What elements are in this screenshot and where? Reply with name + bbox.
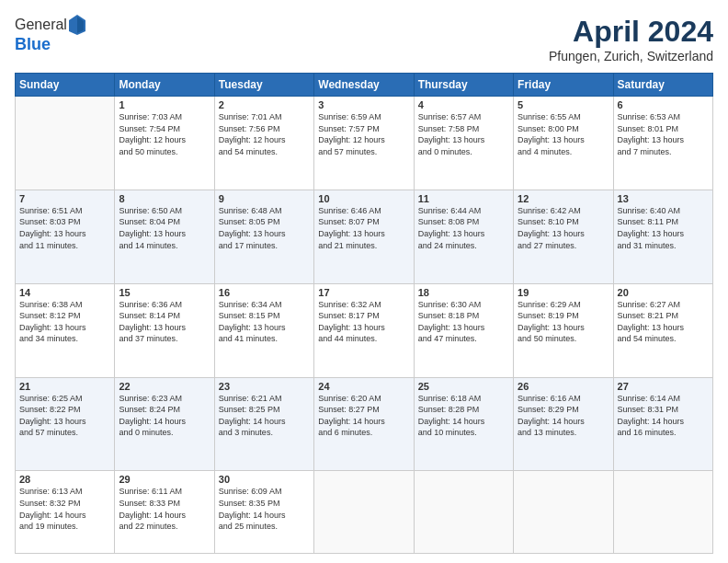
calendar-cell: 13Sunrise: 6:40 AM Sunset: 8:11 PM Dayli… bbox=[613, 190, 712, 283]
calendar-cell: 30Sunrise: 6:09 AM Sunset: 8:35 PM Dayli… bbox=[214, 471, 313, 554]
day-number: 4 bbox=[418, 99, 509, 110]
day-number: 20 bbox=[618, 287, 709, 298]
calendar-week-row: 21Sunrise: 6:25 AM Sunset: 8:22 PM Dayli… bbox=[16, 377, 713, 471]
calendar-cell: 21Sunrise: 6:25 AM Sunset: 8:22 PM Dayli… bbox=[16, 377, 115, 471]
calendar-cell: 18Sunrise: 6:30 AM Sunset: 8:18 PM Dayli… bbox=[414, 283, 513, 377]
calendar-cell: 5Sunrise: 6:55 AM Sunset: 8:00 PM Daylig… bbox=[514, 97, 613, 190]
location: Pfungen, Zurich, Switzerland bbox=[549, 49, 713, 63]
day-info: Sunrise: 6:42 AM Sunset: 8:10 PM Dayligh… bbox=[518, 205, 609, 251]
calendar-day-header: Wednesday bbox=[314, 74, 414, 97]
calendar-day-header: Thursday bbox=[414, 74, 513, 97]
calendar-cell: 12Sunrise: 6:42 AM Sunset: 8:10 PM Dayli… bbox=[514, 190, 613, 283]
calendar-week-row: 1Sunrise: 7:03 AM Sunset: 7:54 PM Daylig… bbox=[16, 97, 713, 190]
calendar-cell bbox=[16, 97, 115, 190]
day-number: 23 bbox=[219, 381, 310, 392]
logo-general-text: General bbox=[15, 17, 67, 33]
calendar-cell: 23Sunrise: 6:21 AM Sunset: 8:25 PM Dayli… bbox=[214, 377, 313, 471]
calendar-week-row: 28Sunrise: 6:13 AM Sunset: 8:32 PM Dayli… bbox=[16, 471, 713, 554]
calendar-cell: 28Sunrise: 6:13 AM Sunset: 8:32 PM Dayli… bbox=[16, 471, 115, 554]
day-info: Sunrise: 7:03 AM Sunset: 7:54 PM Dayligh… bbox=[119, 111, 210, 157]
calendar-cell: 10Sunrise: 6:46 AM Sunset: 8:07 PM Dayli… bbox=[314, 190, 414, 283]
day-info: Sunrise: 6:21 AM Sunset: 8:25 PM Dayligh… bbox=[219, 393, 310, 439]
day-number: 11 bbox=[418, 193, 509, 204]
day-info: Sunrise: 6:14 AM Sunset: 8:31 PM Dayligh… bbox=[618, 393, 709, 439]
calendar-cell: 9Sunrise: 6:48 AM Sunset: 8:05 PM Daylig… bbox=[214, 190, 313, 283]
calendar-week-row: 7Sunrise: 6:51 AM Sunset: 8:03 PM Daylig… bbox=[16, 190, 713, 283]
calendar-cell: 2Sunrise: 7:01 AM Sunset: 7:56 PM Daylig… bbox=[214, 97, 313, 190]
day-number: 13 bbox=[618, 193, 709, 204]
day-number: 12 bbox=[518, 193, 609, 204]
calendar-cell: 20Sunrise: 6:27 AM Sunset: 8:21 PM Dayli… bbox=[613, 283, 712, 377]
day-number: 7 bbox=[19, 193, 110, 204]
calendar-cell: 1Sunrise: 7:03 AM Sunset: 7:54 PM Daylig… bbox=[115, 97, 214, 190]
calendar-cell bbox=[414, 471, 513, 554]
calendar-cell: 27Sunrise: 6:14 AM Sunset: 8:31 PM Dayli… bbox=[613, 377, 712, 471]
calendar-cell bbox=[613, 471, 712, 554]
day-number: 6 bbox=[618, 99, 709, 110]
calendar-cell: 4Sunrise: 6:57 AM Sunset: 7:58 PM Daylig… bbox=[414, 97, 513, 190]
day-number: 10 bbox=[318, 193, 409, 204]
day-number: 1 bbox=[119, 99, 210, 110]
day-info: Sunrise: 6:51 AM Sunset: 8:03 PM Dayligh… bbox=[19, 205, 110, 251]
header: General Blue April 2024 Pfungen, Zurich,… bbox=[15, 15, 713, 63]
day-number: 30 bbox=[219, 474, 310, 485]
day-number: 26 bbox=[518, 381, 609, 392]
logo-blue-text: Blue bbox=[15, 35, 85, 54]
logo-icon bbox=[69, 15, 85, 35]
day-info: Sunrise: 6:09 AM Sunset: 8:35 PM Dayligh… bbox=[219, 486, 310, 532]
calendar-cell: 15Sunrise: 6:36 AM Sunset: 8:14 PM Dayli… bbox=[115, 283, 214, 377]
day-number: 15 bbox=[119, 287, 210, 298]
day-info: Sunrise: 6:38 AM Sunset: 8:12 PM Dayligh… bbox=[19, 299, 110, 345]
day-info: Sunrise: 6:55 AM Sunset: 8:00 PM Dayligh… bbox=[518, 111, 609, 157]
day-info: Sunrise: 7:01 AM Sunset: 7:56 PM Dayligh… bbox=[219, 111, 310, 157]
day-info: Sunrise: 6:32 AM Sunset: 8:17 PM Dayligh… bbox=[318, 299, 409, 345]
day-info: Sunrise: 6:40 AM Sunset: 8:11 PM Dayligh… bbox=[618, 205, 709, 251]
day-number: 29 bbox=[119, 474, 210, 485]
calendar-day-header: Saturday bbox=[613, 74, 712, 97]
calendar-cell: 11Sunrise: 6:44 AM Sunset: 8:08 PM Dayli… bbox=[414, 190, 513, 283]
day-number: 5 bbox=[518, 99, 609, 110]
day-number: 3 bbox=[318, 99, 409, 110]
day-info: Sunrise: 6:23 AM Sunset: 8:24 PM Dayligh… bbox=[119, 393, 210, 439]
day-info: Sunrise: 6:20 AM Sunset: 8:27 PM Dayligh… bbox=[318, 393, 409, 439]
day-number: 25 bbox=[418, 381, 509, 392]
calendar-cell: 17Sunrise: 6:32 AM Sunset: 8:17 PM Dayli… bbox=[314, 283, 414, 377]
calendar-cell: 6Sunrise: 6:53 AM Sunset: 8:01 PM Daylig… bbox=[613, 97, 712, 190]
day-info: Sunrise: 6:11 AM Sunset: 8:33 PM Dayligh… bbox=[119, 486, 210, 532]
logo: General Blue bbox=[15, 15, 85, 54]
calendar-cell: 22Sunrise: 6:23 AM Sunset: 8:24 PM Dayli… bbox=[115, 377, 214, 471]
month-title: April 2024 bbox=[549, 15, 713, 49]
day-info: Sunrise: 6:50 AM Sunset: 8:04 PM Dayligh… bbox=[119, 205, 210, 251]
calendar-day-header: Monday bbox=[115, 74, 214, 97]
day-number: 19 bbox=[518, 287, 609, 298]
day-info: Sunrise: 6:48 AM Sunset: 8:05 PM Dayligh… bbox=[219, 205, 310, 251]
day-number: 16 bbox=[219, 287, 310, 298]
calendar-cell: 8Sunrise: 6:50 AM Sunset: 8:04 PM Daylig… bbox=[115, 190, 214, 283]
day-number: 8 bbox=[119, 193, 210, 204]
day-number: 22 bbox=[119, 381, 210, 392]
day-number: 21 bbox=[19, 381, 110, 392]
calendar-cell: 29Sunrise: 6:11 AM Sunset: 8:33 PM Dayli… bbox=[115, 471, 214, 554]
day-info: Sunrise: 6:34 AM Sunset: 8:15 PM Dayligh… bbox=[219, 299, 310, 345]
day-info: Sunrise: 6:36 AM Sunset: 8:14 PM Dayligh… bbox=[119, 299, 210, 345]
day-info: Sunrise: 6:25 AM Sunset: 8:22 PM Dayligh… bbox=[19, 393, 110, 439]
calendar-cell: 26Sunrise: 6:16 AM Sunset: 8:29 PM Dayli… bbox=[514, 377, 613, 471]
calendar-day-header: Friday bbox=[514, 74, 613, 97]
day-info: Sunrise: 6:46 AM Sunset: 8:07 PM Dayligh… bbox=[318, 205, 409, 251]
day-info: Sunrise: 6:59 AM Sunset: 7:57 PM Dayligh… bbox=[318, 111, 409, 157]
calendar-day-header: Sunday bbox=[16, 74, 115, 97]
calendar-cell bbox=[314, 471, 414, 554]
calendar-cell: 16Sunrise: 6:34 AM Sunset: 8:15 PM Dayli… bbox=[214, 283, 313, 377]
day-info: Sunrise: 6:44 AM Sunset: 8:08 PM Dayligh… bbox=[418, 205, 509, 251]
day-number: 2 bbox=[219, 99, 310, 110]
day-info: Sunrise: 6:53 AM Sunset: 8:01 PM Dayligh… bbox=[618, 111, 709, 157]
day-number: 27 bbox=[618, 381, 709, 392]
day-info: Sunrise: 6:30 AM Sunset: 8:18 PM Dayligh… bbox=[418, 299, 509, 345]
calendar-cell: 3Sunrise: 6:59 AM Sunset: 7:57 PM Daylig… bbox=[314, 97, 414, 190]
calendar-cell: 25Sunrise: 6:18 AM Sunset: 8:28 PM Dayli… bbox=[414, 377, 513, 471]
day-number: 14 bbox=[19, 287, 110, 298]
day-info: Sunrise: 6:16 AM Sunset: 8:29 PM Dayligh… bbox=[518, 393, 609, 439]
day-info: Sunrise: 6:13 AM Sunset: 8:32 PM Dayligh… bbox=[19, 486, 110, 532]
day-info: Sunrise: 6:18 AM Sunset: 8:28 PM Dayligh… bbox=[418, 393, 509, 439]
day-number: 24 bbox=[318, 381, 409, 392]
